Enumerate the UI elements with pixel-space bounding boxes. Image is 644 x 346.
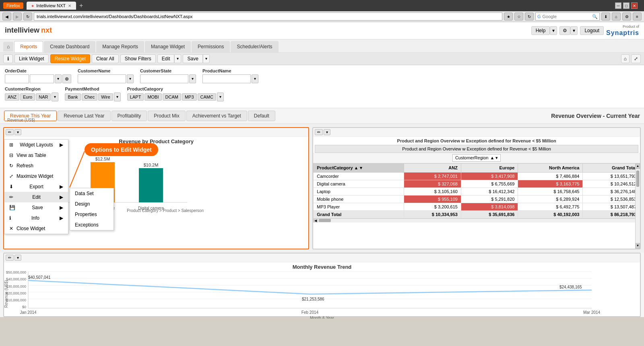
save-button[interactable]: Save	[183, 54, 202, 63]
address-bar[interactable]	[34, 12, 502, 21]
product-name-dropdown-button[interactable]: ▾	[252, 74, 258, 83]
window-close-button[interactable]: ✕	[631, 2, 638, 9]
customer-state-dropdown-button[interactable]: ▾	[189, 74, 196, 83]
region-tag-euro[interactable]: Euro	[20, 93, 35, 101]
category-tag-camc[interactable]: CAMC	[198, 93, 216, 101]
menu-item-view-as-table[interactable]: ⊟ View as Table	[4, 150, 68, 161]
menu-item-edit[interactable]: ✏ Edit ▶	[4, 192, 68, 202]
tab-close-icon[interactable]: ✕	[68, 4, 71, 8]
scroll-up-arrow[interactable]: ▲	[636, 163, 640, 169]
dash-tab-default[interactable]: Default	[248, 111, 275, 121]
window-minimize-button[interactable]: ─	[615, 2, 621, 9]
refresh-icon[interactable]: ↻	[525, 12, 534, 21]
export-icon: ⬇	[9, 184, 13, 189]
order-date-from-input[interactable]	[5, 74, 29, 83]
expand-toolbar-icon[interactable]: ⤢	[631, 54, 641, 63]
tools-icon[interactable]: ⚙	[622, 12, 631, 21]
menu-item-info[interactable]: ℹ Info ▶	[4, 213, 68, 223]
widget2-region-filter[interactable]: CustomerRegion ▲ ▾	[452, 154, 501, 162]
link-widget-button[interactable]: Link Widget	[14, 54, 49, 63]
edit-button[interactable]: Edit	[157, 54, 175, 63]
nav-home-icon[interactable]: ⌂	[3, 42, 13, 51]
nav-back-button[interactable]: ◀	[2, 12, 11, 21]
category-tag-mobi[interactable]: MOBI	[144, 93, 161, 101]
region-more-dropdown[interactable]: ▾	[52, 93, 58, 101]
widget2-hscrollbar[interactable]: ◀ ▶	[313, 218, 640, 222]
region-tag-nar[interactable]: NAR	[36, 93, 51, 101]
widget3-dropdown-button[interactable]: ▾	[14, 255, 21, 261]
widget3-edit-button[interactable]: ✏	[6, 255, 14, 261]
nav-tab-manage-widget[interactable]: Manage Widget	[145, 41, 191, 52]
nav-tab-create-dashboard[interactable]: Create Dashboard	[44, 41, 95, 52]
category-tag-dcam[interactable]: DCAM	[163, 93, 181, 101]
search-icon[interactable]: 🔍	[592, 14, 598, 19]
logout-button[interactable]: Logout	[580, 26, 604, 35]
product-name-input[interactable]	[202, 74, 251, 83]
settings-dropdown-button[interactable]: ▾	[570, 26, 578, 35]
order-date-dropdown-button[interactable]: ▾	[55, 74, 62, 83]
save-dropdown-button[interactable]: ▾	[203, 54, 210, 63]
order-date-to-input[interactable]	[30, 74, 54, 83]
logo-nxt: nxt	[41, 26, 52, 35]
google-search-input[interactable]	[543, 14, 590, 19]
customer-name-input[interactable]	[78, 74, 126, 83]
show-filters-button[interactable]: Show Filters	[120, 54, 156, 63]
more-icon[interactable]: ≡	[633, 12, 642, 21]
dash-tab-achievement-vs-target[interactable]: Achievement vs Target	[186, 111, 247, 121]
widget2-scrollbar[interactable]: ▲ ▼	[635, 163, 640, 249]
payment-tag-chec[interactable]: Chec	[82, 93, 98, 101]
edit-dropdown-button[interactable]: ▾	[174, 54, 181, 63]
browser-tab[interactable]: ● Intelliview NXT ✕	[27, 2, 76, 10]
clear-all-button[interactable]: Clear All	[92, 54, 119, 63]
widget2-edit-button[interactable]: ✏	[315, 129, 323, 135]
payment-more-dropdown[interactable]: ▾	[114, 93, 121, 101]
nav-tab-scheduler-alerts[interactable]: Scheduler/Alerts	[231, 41, 278, 52]
home-browser-icon[interactable]: ⌂	[612, 12, 621, 21]
menu-item-widget-layouts[interactable]: ⊞ Widget Layouts ▶	[4, 140, 68, 150]
category-more-dropdown[interactable]: ▾	[217, 93, 224, 101]
menu-item-save[interactable]: 💾 Save ▶	[4, 202, 68, 213]
download-icon[interactable]: ⬇	[601, 12, 610, 21]
submenu-item-data-set[interactable]: Data Set	[70, 188, 114, 199]
dash-tab-revenue-last-year[interactable]: Revenue Last Year	[58, 111, 110, 121]
settings-button[interactable]: ⚙	[559, 26, 570, 35]
customer-state-input[interactable]	[140, 74, 188, 83]
home-toolbar-icon[interactable]: ⌂	[621, 54, 630, 63]
menu-item-close-widget[interactable]: ✕ Close Widget	[4, 223, 68, 234]
submenu-item-design[interactable]: Design	[70, 199, 114, 209]
hscroll-left[interactable]: ◀	[313, 218, 318, 222]
menu-item-maximize-widget[interactable]: ⤢ Maximize Widget	[4, 171, 68, 181]
submenu-item-properties[interactable]: Properties	[70, 209, 114, 220]
new-tab-button[interactable]: +	[79, 2, 83, 9]
menu-item-export[interactable]: ⬇ Export ▶	[4, 181, 68, 192]
nav-tab-permissions[interactable]: Permissions	[192, 41, 230, 52]
menu-item-refresh[interactable]: ↻ Refresh	[4, 161, 68, 171]
payment-tag-wire[interactable]: Wire	[98, 93, 113, 101]
nav-tab-manage-reports[interactable]: Manage Reports	[96, 41, 144, 52]
help-dropdown-button[interactable]: ▾	[550, 26, 557, 35]
hscroll-thumb[interactable]	[319, 219, 331, 222]
customer-name-dropdown-button[interactable]: ▾	[127, 74, 134, 83]
nav-refresh-button[interactable]: ↻	[23, 12, 32, 21]
dash-tab-product-mix[interactable]: Product Mix	[148, 111, 185, 121]
scroll-thumb[interactable]	[636, 171, 639, 187]
category-tag-mp3[interactable]: MP3	[182, 93, 197, 101]
payment-tag-bank[interactable]: Bank	[65, 93, 80, 101]
resize-widget-button[interactable]: Resize Widget	[50, 54, 90, 63]
synaptris-logo: Product of Synaptris	[606, 25, 639, 37]
col-product-category[interactable]: ProductCategory ▲ ▾	[314, 163, 404, 172]
nav-forward-button[interactable]: ▶	[13, 12, 22, 21]
info-button[interactable]: ℹ	[3, 54, 13, 63]
dash-tab-profitability[interactable]: Profitability	[111, 111, 147, 121]
nav-tab-reports[interactable]: Reports	[14, 41, 43, 52]
widget2-dropdown-button[interactable]: ▾	[324, 129, 330, 135]
region-tag-anz[interactable]: ANZ	[5, 93, 19, 101]
help-button[interactable]: Help	[531, 26, 550, 35]
order-date-calendar-button[interactable]: ⊕	[62, 74, 71, 83]
scroll-down-arrow[interactable]: ▼	[636, 243, 640, 249]
window-maximize-button[interactable]: □	[623, 2, 630, 9]
bookmark-icon[interactable]: ☆	[514, 12, 523, 21]
firefox-button[interactable]: Firefox	[3, 2, 23, 9]
category-tag-lapt[interactable]: LAPT	[127, 93, 144, 101]
submenu-item-exceptions[interactable]: Exceptions	[70, 220, 114, 230]
